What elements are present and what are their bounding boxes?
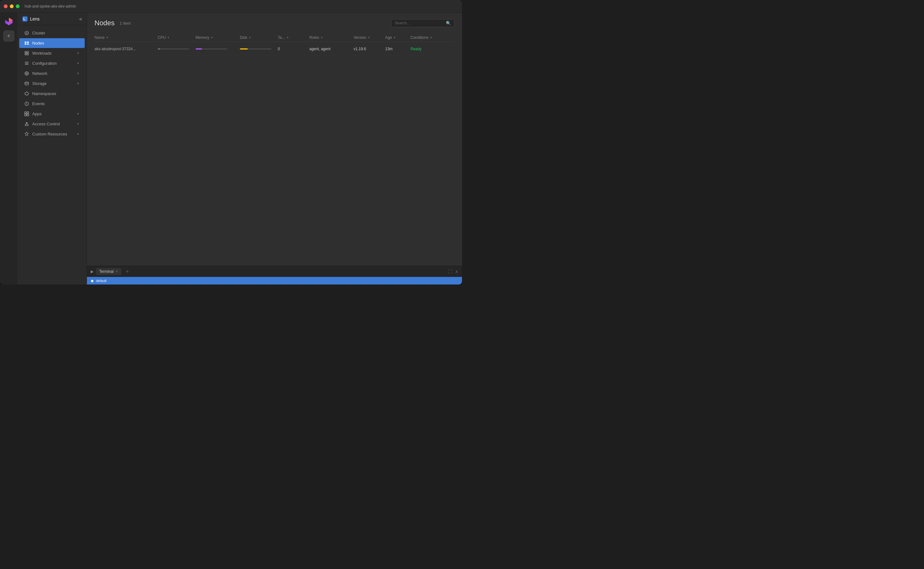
search-icon: 🔍 — [446, 21, 451, 26]
sidebar-item-storage[interactable]: Storage ▼ — [19, 79, 85, 88]
svg-point-23 — [26, 105, 27, 105]
sidebar-item-storage-label: Storage — [32, 81, 73, 86]
sidebar-item-network[interactable]: Network ▼ — [19, 68, 85, 78]
col-cpu-label: CPU — [158, 35, 166, 40]
col-cpu[interactable]: CPU ▼ — [158, 35, 196, 40]
svg-rect-10 — [27, 43, 29, 44]
col-version[interactable]: Version ▼ — [354, 35, 385, 40]
svg-rect-7 — [24, 42, 26, 43]
sidebar-item-events[interactable]: Events — [19, 99, 85, 109]
terminal-tab-close-button[interactable]: ✕ — [115, 269, 118, 274]
col-memory[interactable]: Memory ▼ — [196, 35, 240, 40]
search-box[interactable]: 🔍 — [391, 19, 454, 27]
sidebar-item-apps-label: Apps — [32, 111, 73, 116]
cell-disk — [240, 48, 278, 50]
col-version-sort-icon: ▼ — [367, 36, 371, 39]
row-more-button[interactable]: ⋮ — [461, 45, 462, 52]
terminal-add-button[interactable]: + — [124, 268, 131, 275]
col-age-label: Age — [385, 35, 392, 40]
sidebar-item-access-control[interactable]: Access Control ▼ — [19, 119, 85, 129]
sidebar-item-namespaces[interactable]: Namespaces — [19, 89, 85, 99]
svg-marker-1 — [5, 20, 9, 25]
col-roles-sort-icon: ▼ — [320, 36, 323, 39]
taints-value: 0 — [278, 47, 280, 51]
col-taints-label: Ta... — [278, 35, 285, 40]
sidebar: L Lens ◀ Cluster — [17, 13, 87, 284]
terminal-expand-button[interactable]: ⛶ — [448, 269, 453, 274]
table-header: Name ▼ CPU ▼ Memory ▼ Disk — [95, 33, 454, 42]
svg-rect-12 — [27, 52, 29, 53]
col-age[interactable]: Age ▼ — [385, 35, 410, 40]
col-cpu-sort-icon: ▼ — [167, 36, 170, 39]
cell-conditions: Ready — [410, 47, 461, 51]
col-conditions-label: Conditions — [410, 35, 428, 40]
col-name-label: Name — [95, 35, 105, 40]
svg-point-20 — [25, 82, 29, 84]
sidebar-item-apps[interactable]: Apps ▼ — [19, 109, 85, 119]
col-memory-label: Memory — [196, 35, 209, 40]
status-bar: ◆ default — [87, 277, 462, 284]
col-age-sort-icon: ▼ — [393, 36, 396, 39]
disk-progress-bar — [240, 48, 271, 50]
terminal-bar: ▶ Terminal ✕ + ⛶ ∧ — [87, 266, 462, 277]
sidebar-item-nodes[interactable]: Nodes — [19, 38, 85, 48]
close-button[interactable] — [4, 5, 8, 8]
col-name[interactable]: Name ▼ — [95, 35, 158, 40]
col-disk[interactable]: Disk ▼ — [240, 35, 278, 40]
conditions-value: Ready — [410, 47, 422, 51]
access-icon — [24, 122, 29, 126]
network-chevron-icon: ▼ — [76, 72, 79, 75]
col-roles[interactable]: Roles ▼ — [310, 35, 354, 40]
memory-progress-fill — [196, 48, 202, 50]
sidebar-item-namespaces-label: Namespaces — [32, 91, 79, 96]
terminal-tab[interactable]: Terminal ✕ — [96, 268, 121, 275]
svg-rect-11 — [25, 52, 26, 53]
minimize-button[interactable] — [10, 5, 14, 8]
sidebar-item-custom-resources[interactable]: Custom Resources ▼ — [19, 129, 85, 139]
sidebar-title: L Lens — [23, 17, 40, 21]
sidebar-item-configuration[interactable]: Configuration ▼ — [19, 58, 85, 68]
traffic-lights — [4, 5, 20, 8]
nodes-header: Nodes 1 item 🔍 — [95, 19, 454, 27]
storage-icon — [24, 81, 29, 86]
apps-chevron-icon: ▼ — [76, 112, 79, 116]
sidebar-nav: Cluster Nodes — [17, 25, 87, 284]
sidebar-item-network-label: Network — [32, 71, 73, 76]
age-value: 13m — [385, 47, 392, 51]
sidebar-item-configuration-label: Configuration — [32, 61, 73, 66]
titlebar: hub-and-spoke-aks-dev-admin — [0, 0, 462, 13]
lens-logo[interactable] — [3, 16, 15, 27]
version-value: v1.19.6 — [354, 47, 366, 51]
cell-roles: agent, agent — [310, 47, 354, 51]
memory-progress-bar — [196, 48, 227, 50]
terminal-prompt-icon: ▶ — [91, 269, 93, 274]
sidebar-item-events-label: Events — [32, 101, 79, 106]
sidebar-collapse-button[interactable]: ◀ — [79, 17, 82, 21]
table-row[interactable]: aks-aksdevpool-37324... — [95, 42, 454, 56]
svg-rect-26 — [24, 114, 26, 116]
cpu-progress-bar — [158, 48, 189, 50]
col-taints-sort-icon: ▼ — [286, 36, 289, 39]
col-roles-label: Roles — [310, 35, 319, 40]
col-conditions[interactable]: Conditions ▼ — [410, 35, 461, 40]
col-disk-sort-icon: ▼ — [249, 36, 251, 39]
lens-small-icon: L — [23, 17, 27, 21]
add-cluster-button[interactable]: + — [3, 30, 15, 42]
col-taints[interactable]: Ta... ▼ — [278, 35, 310, 40]
sidebar-item-workloads[interactable]: Workloads ▼ — [19, 48, 85, 58]
disk-progress-fill — [240, 48, 248, 50]
apps-icon — [24, 111, 29, 116]
sidebar-item-cluster[interactable]: Cluster — [19, 28, 85, 38]
maximize-button[interactable] — [16, 5, 20, 8]
cell-version: v1.19.6 — [354, 47, 385, 51]
col-version-label: Version — [354, 35, 366, 40]
search-input[interactable] — [395, 21, 444, 25]
sidebar-item-nodes-label: Nodes — [32, 41, 79, 46]
cpu-progress-fill — [158, 48, 160, 50]
svg-rect-13 — [25, 53, 26, 55]
svg-rect-27 — [27, 114, 29, 116]
terminal-collapse-button[interactable]: ∧ — [455, 269, 458, 274]
col-disk-label: Disk — [240, 35, 247, 40]
col-memory-sort-icon: ▼ — [210, 36, 213, 39]
cell-cpu — [158, 48, 196, 50]
